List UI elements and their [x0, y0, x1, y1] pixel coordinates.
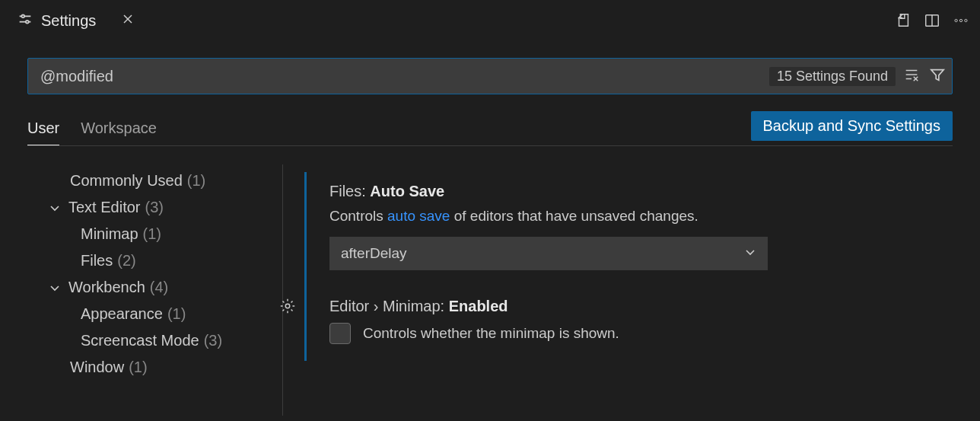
chevron-down-icon: [49, 202, 64, 214]
sidebar-item-count: (1): [143, 225, 161, 243]
sidebar-item-window[interactable]: Window (1): [27, 354, 282, 381]
svg-point-8: [955, 19, 957, 21]
svg-point-3: [26, 20, 29, 23]
filter-icon[interactable]: [929, 66, 946, 86]
main-area: Commonly Used (1) Text Editor (3) Minima…: [27, 164, 953, 416]
sidebar-item-count: (1): [167, 305, 186, 323]
search-actions: [903, 66, 946, 86]
scope-tabs: User Workspace: [27, 120, 157, 145]
sidebar-item-label: Workbench: [68, 279, 145, 296]
sidebar-item-count: (1): [129, 359, 147, 376]
clear-search-icon[interactable]: [903, 66, 920, 86]
settings-sidebar: Commonly Used (1) Text Editor (3) Minima…: [27, 164, 283, 416]
setting-editor-minimap-enabled: Editor › Minimap: Enabled Controls wheth…: [304, 287, 953, 361]
sidebar-item-minimap[interactable]: Minimap (1): [27, 221, 282, 247]
header-row: User Workspace Backup and Sync Settings: [27, 111, 953, 146]
sidebar-item-label: Screencast Mode: [81, 332, 199, 349]
svg-point-9: [959, 19, 962, 21]
sidebar-item-appearance[interactable]: Appearance (1): [27, 301, 282, 327]
setting-description: Controls auto save of editors that have …: [329, 208, 953, 225]
gear-icon[interactable]: [279, 298, 296, 317]
chevron-down-icon: [49, 282, 64, 294]
sidebar-item-count: (3): [145, 199, 163, 216]
title-actions: [895, 12, 969, 29]
sidebar-item-files[interactable]: Files (2): [27, 247, 282, 274]
sidebar-item-count: (3): [204, 332, 222, 349]
checkbox-row: Controls whether the minimap is shown.: [329, 323, 953, 344]
svg-point-10: [965, 19, 967, 21]
settings-found-badge: 15 Settings Found: [769, 67, 896, 86]
setting-title: Editor › Minimap: Enabled: [329, 298, 953, 315]
close-icon[interactable]: [122, 13, 134, 29]
search-box: 15 Settings Found: [27, 58, 953, 94]
sidebar-item-label: Minimap: [81, 225, 138, 243]
setting-name: Auto Save: [370, 183, 444, 199]
auto-save-dropdown[interactable]: afterDelay: [329, 237, 768, 270]
auto-save-link[interactable]: auto save: [387, 208, 450, 224]
sidebar-item-label: Files: [81, 252, 113, 270]
sidebar-item-workbench[interactable]: Workbench (4): [27, 274, 282, 301]
settings-content: 15 Settings Found User Workspace: [0, 41, 980, 416]
search-input[interactable]: [40, 68, 769, 85]
titlebar: Settings: [0, 0, 980, 41]
sidebar-item-label: Appearance: [81, 305, 163, 323]
sidebar-item-count: (4): [150, 279, 168, 296]
svg-point-16: [285, 304, 290, 308]
sidebar-item-count: (1): [187, 172, 205, 190]
sidebar-item-commonly-used[interactable]: Commonly Used (1): [27, 167, 282, 194]
sidebar-item-label: Commonly Used: [70, 172, 183, 190]
more-actions-icon[interactable]: [953, 12, 969, 29]
svg-point-1: [21, 14, 24, 18]
tab-workspace[interactable]: Workspace: [81, 120, 157, 145]
dropdown-value: afterDelay: [341, 245, 407, 262]
settings-list: Files: Auto Save Controls auto save of e…: [283, 164, 953, 416]
tab-settings[interactable]: Settings: [0, 0, 151, 41]
setting-category: Files:: [329, 183, 370, 199]
tab-user[interactable]: User: [27, 120, 59, 145]
setting-name: Enabled: [449, 298, 508, 314]
sidebar-item-label: Text Editor: [68, 199, 140, 216]
chevron-down-icon: [744, 245, 756, 262]
sidebar-item-label: Window: [70, 359, 124, 376]
setting-description: Controls whether the minimap is shown.: [363, 325, 619, 342]
tab-title: Settings: [41, 12, 96, 30]
setting-category: Editor › Minimap:: [329, 298, 449, 314]
open-settings-json-icon[interactable]: [895, 12, 912, 29]
sidebar-item-text-editor[interactable]: Text Editor (3): [27, 194, 282, 221]
tab-group: Settings: [0, 0, 303, 41]
split-editor-icon[interactable]: [924, 12, 940, 29]
sidebar-item-count: (2): [117, 252, 135, 270]
sidebar-item-screencast-mode[interactable]: Screencast Mode (3): [27, 327, 282, 354]
backup-sync-button[interactable]: Backup and Sync Settings: [751, 111, 953, 141]
settings-sliders-icon: [17, 11, 33, 31]
setting-files-auto-save: Files: Auto Save Controls auto save of e…: [304, 172, 953, 287]
setting-title: Files: Auto Save: [329, 183, 953, 200]
minimap-enabled-checkbox[interactable]: [329, 323, 351, 344]
